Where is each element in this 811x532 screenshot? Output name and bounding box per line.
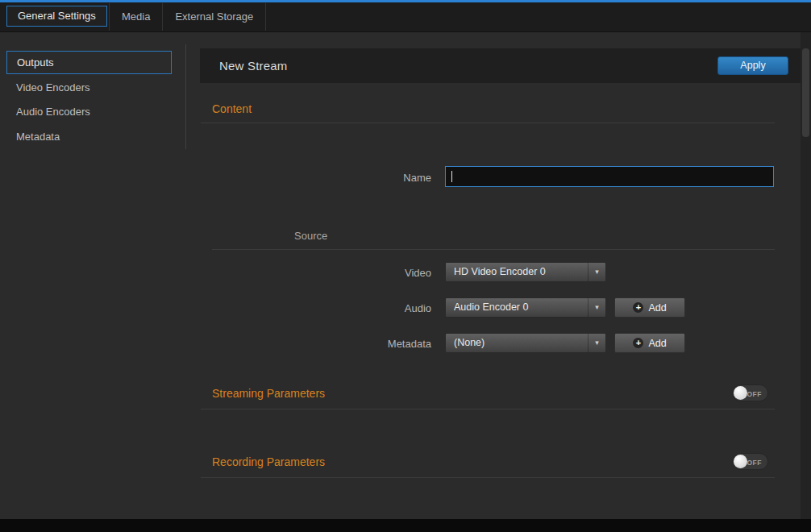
tab-external-storage[interactable]: External Storage	[163, 3, 266, 31]
stream-name-input[interactable]	[445, 166, 774, 187]
text-caret	[451, 171, 452, 182]
metadata-select[interactable]: (None) ▾	[445, 333, 606, 353]
content-section-heading: Content	[212, 102, 252, 115]
recording-parameters-heading: Recording Parameters	[212, 455, 325, 468]
tab-bar: General Settings Media External Storage	[0, 2, 811, 32]
add-audio-button[interactable]: + Add	[614, 297, 685, 318]
tab-general-settings[interactable]: General Settings	[6, 6, 107, 27]
divider	[201, 123, 775, 123]
chevron-down-icon: ▾	[588, 263, 605, 281]
audio-select[interactable]: Audio Encoder 0 ▾	[445, 297, 606, 318]
tab-media[interactable]: Media	[109, 3, 163, 31]
add-metadata-label: Add	[648, 338, 666, 349]
name-input-wrapper	[445, 166, 774, 187]
audio-label: Audio	[322, 302, 431, 315]
tab-group: Media External Storage	[109, 3, 266, 31]
chevron-down-icon: ▾	[588, 334, 605, 352]
panel-header: New Stream Apply	[200, 48, 801, 83]
metadata-select-value: (None)	[454, 337, 485, 348]
source-label: Source	[294, 230, 327, 242]
sidebar-item-outputs[interactable]: Outputs	[6, 51, 172, 74]
recording-parameters-toggle[interactable]: OFF	[732, 453, 768, 470]
plus-icon: +	[633, 302, 643, 313]
scrollbar-thumb[interactable]	[802, 48, 809, 137]
toggle-state-label: OFF	[747, 390, 763, 398]
chevron-down-icon: ▾	[588, 298, 605, 317]
audio-select-value: Audio Encoder 0	[454, 301, 528, 313]
toggle-knob	[734, 386, 747, 400]
add-metadata-button[interactable]: + Add	[614, 333, 685, 353]
divider	[212, 249, 775, 250]
video-label: Video	[322, 267, 431, 280]
sidebar-item-audio-encoders[interactable]: Audio Encoders	[16, 106, 90, 118]
plus-icon: +	[633, 338, 643, 348]
divider	[201, 477, 775, 478]
divider	[201, 409, 775, 409]
name-label: Name	[322, 172, 431, 185]
streaming-parameters-toggle[interactable]: OFF	[732, 384, 768, 401]
video-select[interactable]: HD Video Encoder 0 ▾	[445, 262, 606, 282]
metadata-label: Metadata	[322, 338, 431, 351]
page-title: New Stream	[219, 59, 288, 73]
sidebar-item-metadata[interactable]: Metadata	[16, 131, 60, 143]
sidebar-divider	[185, 44, 186, 149]
add-audio-label: Add	[648, 302, 666, 314]
toggle-knob	[734, 455, 747, 468]
video-select-value: HD Video Encoder 0	[454, 266, 546, 277]
app-window: General Settings Media External Storage …	[0, 0, 811, 532]
footer-bar	[0, 519, 811, 532]
sidebar-item-video-encoders[interactable]: Video Encoders	[16, 81, 90, 94]
streaming-parameters-heading: Streaming Parameters	[212, 387, 325, 400]
apply-button[interactable]: Apply	[717, 56, 788, 75]
toggle-state-label: OFF	[747, 459, 763, 467]
